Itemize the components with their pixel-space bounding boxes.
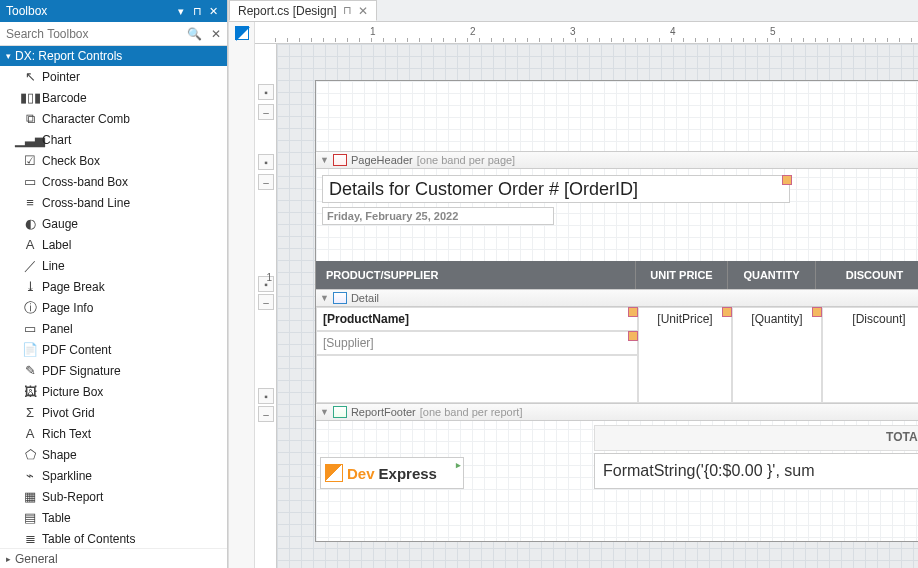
ruler-number: 1 bbox=[370, 26, 376, 37]
line-icon: ／ bbox=[18, 257, 42, 275]
toolbox-item-label: Sub-Report bbox=[42, 490, 103, 504]
toolbox-item-sub-report[interactable]: ▦Sub-Report bbox=[0, 486, 227, 507]
toolbox-item-label: Cross-band Box bbox=[42, 175, 128, 189]
col-header-quantity[interactable]: QUANTITY bbox=[728, 261, 816, 289]
pin-icon[interactable]: ⊓ bbox=[343, 4, 352, 17]
toolbox-item-picture-box[interactable]: 🖼Picture Box bbox=[0, 381, 227, 402]
col-header-product[interactable]: PRODUCT/SUPPLIER bbox=[316, 261, 636, 289]
character-comb-icon: ⧉ bbox=[18, 111, 42, 127]
toolbox-category-dx[interactable]: ▾ DX: Report Controls bbox=[0, 46, 227, 66]
reportfooter-body[interactable]: TOTAL FormatString('{0:$0.00 }', sum Dev… bbox=[316, 421, 918, 541]
cell-productname[interactable]: [ProductName] bbox=[316, 307, 638, 331]
pageheader-body[interactable]: Details for Customer Order # [OrderID] F… bbox=[316, 169, 918, 289]
band-icon bbox=[333, 154, 347, 166]
toolbox-item-line[interactable]: ／Line bbox=[0, 255, 227, 276]
logo-picturebox[interactable]: DevExpress ▸ bbox=[320, 457, 464, 489]
toolbox-item-barcode[interactable]: ▮▯▮Barcode bbox=[0, 87, 227, 108]
toolbox-item-pivot-grid[interactable]: ΣPivot Grid bbox=[0, 402, 227, 423]
toolbox-item-table-of-contents[interactable]: ≣Table of Contents bbox=[0, 528, 227, 548]
pin-icon[interactable]: ⊓ bbox=[189, 5, 205, 18]
toolbox-item-table[interactable]: ▤Table bbox=[0, 507, 227, 528]
toolbox-item-label: Pointer bbox=[42, 70, 80, 84]
toolbox-item-cross-band-box[interactable]: ▭Cross-band Box bbox=[0, 171, 227, 192]
sub-report-icon: ▦ bbox=[18, 489, 42, 504]
smart-tag-icon[interactable] bbox=[722, 307, 732, 317]
pointer-icon: ↖ bbox=[18, 69, 42, 84]
band-header-pageheader[interactable]: ▼ PageHeader [one band per page] bbox=[316, 151, 918, 169]
smart-tag-icon[interactable] bbox=[812, 307, 822, 317]
tab-report-design[interactable]: Report.cs [Design] ⊓ ✕ bbox=[229, 0, 377, 21]
toolbox-category-general[interactable]: ▸ General bbox=[0, 548, 227, 568]
col-header-unitprice[interactable]: UNIT PRICE bbox=[636, 261, 728, 289]
toolbox-item-label: Label bbox=[42, 238, 71, 252]
smart-tag-icon[interactable]: ▸ bbox=[456, 460, 461, 470]
toolbox-item-cross-band-line[interactable]: ≡Cross-band Line bbox=[0, 192, 227, 213]
cell-quantity[interactable]: [Quantity] bbox=[732, 307, 822, 403]
toolbox-item-page-break[interactable]: ⤓Page Break bbox=[0, 276, 227, 297]
band-collapse-handle[interactable]: – bbox=[258, 104, 274, 120]
cell-blank[interactable] bbox=[316, 355, 638, 403]
toolbox-item-label[interactable]: ALabel bbox=[0, 234, 227, 255]
toolbox-item-shape[interactable]: ⬠Shape bbox=[0, 444, 227, 465]
toolbox-item-page-info[interactable]: ⓘPage Info bbox=[0, 297, 227, 318]
band-collapse-handle[interactable]: – bbox=[258, 406, 274, 422]
smart-tag-icon[interactable] bbox=[782, 175, 792, 185]
toolbox-item-sparkline[interactable]: ⌁Sparkline bbox=[0, 465, 227, 486]
col-header-discount[interactable]: DISCOUNT bbox=[816, 261, 918, 289]
toolbox-item-rich-text[interactable]: ARich Text bbox=[0, 423, 227, 444]
toolbox-item-label: Table bbox=[42, 511, 71, 525]
close-icon[interactable]: ✕ bbox=[358, 4, 368, 18]
toolbox-item-pointer[interactable]: ↖Pointer bbox=[0, 66, 227, 87]
close-icon[interactable]: ✕ bbox=[205, 5, 221, 18]
band-collapse-handle[interactable]: ▪ bbox=[258, 154, 274, 170]
band-hint: [one band per report] bbox=[420, 406, 523, 418]
check-box-icon: ☑ bbox=[18, 153, 42, 168]
report-selector[interactable] bbox=[235, 26, 249, 40]
band-header-detail[interactable]: ▼ Detail bbox=[316, 289, 918, 307]
toolbox-item-pdf-signature[interactable]: ✎PDF Signature bbox=[0, 360, 227, 381]
toolbox-item-pdf-content[interactable]: 📄PDF Content bbox=[0, 339, 227, 360]
panel-icon: ▭ bbox=[18, 321, 42, 336]
band-collapse-handle[interactable]: – bbox=[258, 174, 274, 190]
toolbox-item-gauge[interactable]: ◐Gauge bbox=[0, 213, 227, 234]
cell-discount[interactable]: [Discount] bbox=[822, 307, 918, 403]
toolbox-item-character-comb[interactable]: ⧉Character Comb bbox=[0, 108, 227, 129]
toolbox-item-panel[interactable]: ▭Panel bbox=[0, 318, 227, 339]
cell-supplier[interactable]: [Supplier] bbox=[316, 331, 638, 355]
band-label: ReportFooter bbox=[351, 406, 416, 418]
design-canvas[interactable]: ▼ PageHeader [one band per page] Details… bbox=[277, 44, 918, 568]
toolbox-item-chart[interactable]: ▁▃▅Chart bbox=[0, 129, 227, 150]
band-collapse-handle[interactable]: ▪ bbox=[258, 84, 274, 100]
top-margin-band[interactable] bbox=[316, 81, 918, 151]
dropdown-icon[interactable]: ▾ bbox=[173, 5, 189, 18]
date-label-control[interactable]: Friday, February 25, 2022 bbox=[322, 207, 554, 225]
logo-text-express: Express bbox=[379, 465, 437, 482]
pdf-content-icon: 📄 bbox=[18, 342, 42, 357]
toolbox-panel: Toolbox ▾ ⊓ ✕ 🔍 ✕ ▾ DX: Report Controls … bbox=[0, 0, 228, 568]
title-label-control[interactable]: Details for Customer Order # [OrderID] bbox=[322, 175, 790, 203]
band-collapse-handle[interactable]: ▪ bbox=[258, 388, 274, 404]
band-collapse-handle[interactable]: – bbox=[258, 294, 274, 310]
toolbox-item-label: PDF Content bbox=[42, 343, 111, 357]
band-label: PageHeader bbox=[351, 154, 413, 166]
smart-tag-icon[interactable] bbox=[628, 307, 638, 317]
table-header-row[interactable]: PRODUCT/SUPPLIER UNIT PRICE QUANTITY DIS… bbox=[316, 261, 918, 289]
logo-text-dev: Dev bbox=[347, 465, 375, 482]
report-page: ▼ PageHeader [one band per page] Details… bbox=[315, 80, 918, 542]
toolbox-item-check-box[interactable]: ☑Check Box bbox=[0, 150, 227, 171]
smart-tag-icon[interactable] bbox=[628, 331, 638, 341]
total-label[interactable]: TOTAL bbox=[594, 425, 918, 451]
shape-icon: ⬠ bbox=[18, 447, 42, 462]
toolbox-search-input[interactable] bbox=[0, 22, 183, 45]
band-header-reportfooter[interactable]: ▼ ReportFooter [one band per report] bbox=[316, 403, 918, 421]
collapse-icon: ▾ bbox=[6, 51, 11, 61]
clear-icon[interactable]: ✕ bbox=[205, 27, 227, 41]
format-expression-label[interactable]: FormatString('{0:$0.00 }', sum bbox=[594, 453, 918, 489]
barcode-icon: ▮▯▮ bbox=[18, 90, 42, 105]
cross-band-box-icon: ▭ bbox=[18, 174, 42, 189]
ruler-number: 2 bbox=[470, 26, 476, 37]
search-icon[interactable]: 🔍 bbox=[183, 27, 205, 41]
cell-unitprice[interactable]: [UnitPrice] bbox=[638, 307, 732, 403]
detail-body[interactable]: [ProductName] [Supplier] [UnitPrice] [Qu… bbox=[316, 307, 918, 403]
expand-icon: ▸ bbox=[6, 554, 11, 564]
